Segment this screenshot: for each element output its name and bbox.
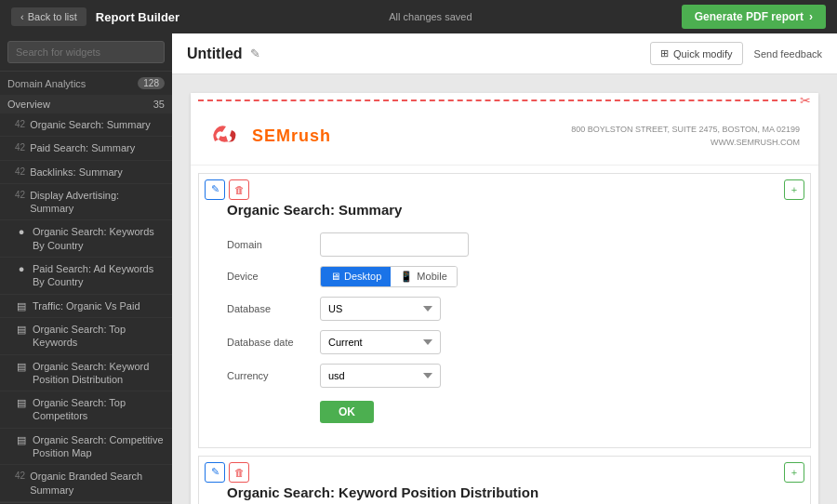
edit-widget-2-button[interactable]: ✎ (205, 462, 225, 483)
sidebar-item-paid-ad-keywords-country[interactable]: ● Paid Search: Ad Keywords By Country (0, 258, 172, 295)
edit-widget-button[interactable]: ✎ (205, 179, 225, 200)
device-toggle: 🖥 Desktop 📱 Mobile (320, 266, 458, 287)
database-date-select[interactable]: CurrentJan 2024 (320, 330, 441, 354)
sidebar: Domain Analytics 128 Overview 35 42 Orga… (0, 33, 172, 504)
currency-row: Currency usdeurgbp (227, 364, 782, 388)
database-row: Database USUKCA (227, 297, 782, 321)
sidebar-item-display-advertising[interactable]: 42 Display Advertising: Summary (0, 184, 172, 221)
sidebar-item-competitive-position-map[interactable]: ▤ Organic Search: Competitive Position M… (0, 429, 172, 466)
item-label: Organic Search: Competitive Position Map (33, 433, 165, 460)
sidebar-search-area (0, 33, 172, 71)
item-label: Paid Search: Ad Keywords By Country (33, 262, 165, 289)
item-num: 42 (15, 142, 25, 153)
sidebar-subsection[interactable]: Overview 35 (0, 95, 172, 113)
widget-toolbar-left-2: ✎ 🗑 (205, 462, 249, 483)
subsection-badge: 35 (153, 99, 165, 110)
currency-select[interactable]: usdeurgbp (320, 364, 441, 388)
desktop-button[interactable]: 🖥 Desktop (321, 267, 391, 286)
back-arrow-icon: ‹ (20, 11, 24, 22)
table-icon: ▤ (15, 324, 28, 336)
database-label: Database (227, 303, 311, 314)
report-title: Untitled (187, 46, 243, 62)
dot-icon: ● (15, 226, 28, 237)
database-date-label: Database date (227, 337, 311, 348)
item-label: Organic Search: Keyword Position Distrib… (33, 360, 165, 387)
currency-label: Currency (227, 370, 311, 381)
add-widget-2-button[interactable]: + (784, 462, 804, 483)
item-num: 42 (15, 166, 25, 177)
mobile-icon: 📱 (400, 271, 413, 283)
subsection-label: Overview (7, 99, 50, 110)
dot-icon: ● (15, 263, 28, 274)
report-canvas: ✂ SEMrush 800 BOYLSTON STREET, SUITE 247… (172, 74, 837, 504)
generate-arrow-icon: › (809, 10, 813, 23)
sidebar-item-keyword-position-distribution[interactable]: ▤ Organic Search: Keyword Position Distr… (0, 355, 172, 392)
item-num: 42 (15, 190, 25, 200)
widget-toolbar-right-2: + (784, 462, 804, 483)
sidebar-item-organic-keywords-country[interactable]: ● Organic Search: Keywords By Country (0, 220, 172, 258)
chart-icon: ▤ (15, 300, 28, 312)
quick-modify-button[interactable]: ⊞ Quick modify (650, 42, 743, 65)
main-layout: Domain Analytics 128 Overview 35 42 Orga… (0, 33, 837, 504)
widget-toolbar-left: ✎ 🗑 (205, 179, 249, 200)
report-address: 800 BOYLSTON STREET, SUITE 2475, BOSTON,… (571, 123, 800, 150)
sidebar-item-organic-top-keywords[interactable]: ▤ Organic Search: Top Keywords (0, 318, 172, 355)
quick-modify-label: Quick modify (673, 48, 733, 60)
report-logo-header: SEMrush 800 BOYLSTON STREET, SUITE 2475,… (191, 108, 818, 166)
domain-label: Domain (227, 239, 311, 250)
widget-content: Organic Search: Summary Domain Device 🖥 … (199, 174, 810, 447)
content-header: Untitled ✎ ⊞ Quick modify Send feedback (172, 33, 837, 74)
item-num: 42 (15, 471, 25, 481)
back-to-list-button[interactable]: ‹ Back to list (11, 7, 86, 26)
item-label: Traffic: Organic Vs Paid (33, 299, 140, 312)
generate-pdf-label: Generate PDF report (695, 10, 804, 23)
item-label: Paid Search: Summary (30, 141, 135, 154)
item-label: Backlinks: Summary (30, 166, 123, 179)
table-icon: ▤ (15, 397, 28, 409)
back-to-list-label: Back to list (28, 11, 77, 22)
sidebar-item-backlinks-summary[interactable]: 42 Backlinks: Summary (0, 161, 172, 184)
database-select[interactable]: USUKCA (320, 297, 441, 321)
item-label: Organic Search: Top Keywords (33, 323, 165, 350)
bar-icon: ▤ (15, 361, 28, 373)
cut-line-hr (198, 99, 796, 101)
ok-row: OK (227, 397, 782, 423)
delete-widget-button[interactable]: 🗑 (229, 179, 249, 200)
quick-modify-icon: ⊞ (660, 47, 669, 60)
search-input[interactable] (7, 41, 165, 63)
topbar: ‹ Back to list Report Builder All change… (0, 0, 837, 33)
desktop-icon: 🖥 (330, 271, 340, 282)
widget-toolbar-right: + (784, 179, 804, 200)
sidebar-item-traffic-organic-vs-paid[interactable]: ▤ Traffic: Organic Vs Paid (0, 295, 172, 318)
generate-pdf-button[interactable]: Generate PDF report › (682, 5, 826, 29)
send-feedback-link[interactable]: Send feedback (754, 48, 822, 60)
add-widget-button[interactable]: + (784, 179, 804, 200)
item-num: 42 (15, 119, 25, 129)
device-row: Device 🖥 Desktop 📱 Mobile (227, 266, 782, 287)
scatter-icon: ▤ (15, 434, 28, 446)
item-label: Organic Search: Top Competitors (33, 396, 165, 423)
edit-title-icon[interactable]: ✎ (250, 46, 260, 60)
sidebar-item-branded-search-summary[interactable]: 42 Organic Branded Search Summary (0, 465, 172, 502)
sidebar-item-top-competitors[interactable]: ▤ Organic Search: Top Competitors (0, 391, 172, 429)
logo-svg (209, 123, 246, 149)
scissors-icon: ✂ (800, 93, 811, 108)
delete-widget-2-button[interactable]: 🗑 (229, 462, 249, 483)
domain-input[interactable] (320, 232, 469, 257)
domain-row: Domain (227, 232, 782, 257)
item-label: Organic Search: Summary (30, 118, 151, 131)
sidebar-section-header[interactable]: Domain Analytics 128 (0, 71, 172, 95)
widget-content-2: Organic Search: Keyword Position Distrib… (199, 457, 810, 504)
widget-title: Organic Search: Summary (227, 202, 782, 218)
sidebar-item-paid-search-summary[interactable]: 42 Paid Search: Summary (0, 137, 172, 160)
mobile-button[interactable]: 📱 Mobile (391, 267, 456, 286)
database-date-row: Database date CurrentJan 2024 (227, 330, 782, 354)
section-label: Domain Analytics (7, 78, 86, 89)
section-badge: 128 (138, 77, 165, 89)
cut-line: ✂ (191, 93, 818, 108)
logo-text: SEMrush (252, 126, 331, 146)
sidebar-item-organic-search-summary[interactable]: 42 Organic Search: Summary (0, 113, 172, 137)
ok-button[interactable]: OK (320, 401, 374, 423)
topbar-left: ‹ Back to list Report Builder (11, 7, 179, 26)
item-label: Organic Search: Keywords By Country (33, 225, 165, 252)
